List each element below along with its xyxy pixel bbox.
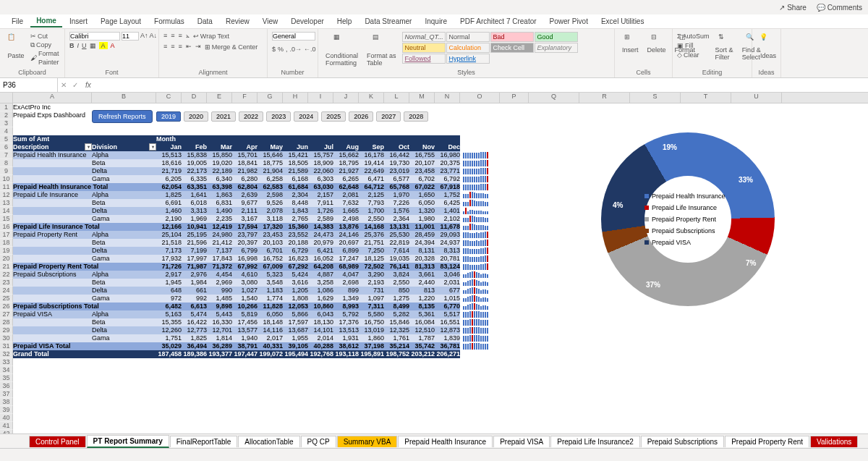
row-header[interactable]: 6 <box>0 143 13 151</box>
increase-font-icon[interactable]: A↑ <box>140 32 148 41</box>
cell-style-option[interactable]: Neutral <box>402 43 446 53</box>
indent-right-icon[interactable]: ⇥ <box>195 43 201 51</box>
sort-filter-button[interactable]: ⇅Sort & Filter <box>712 32 736 62</box>
year-filter-2019[interactable]: 2019 <box>156 111 181 122</box>
row-header[interactable]: 31 <box>0 342 13 350</box>
cell-style-option[interactable]: Explanatory T... <box>535 43 578 53</box>
row-header[interactable]: 30 <box>0 334 13 342</box>
row-header[interactable]: 5 <box>0 135 13 143</box>
autosum-button[interactable]: Σ AutoSum <box>677 32 710 41</box>
wrap-text-button[interactable]: ↩ Wrap Text <box>193 32 229 41</box>
select-all-corner[interactable] <box>0 93 13 103</box>
column-header[interactable]: L <box>384 93 409 103</box>
column-header[interactable]: A <box>13 93 92 103</box>
underline-button[interactable]: U <box>82 42 87 49</box>
row-header[interactable]: 29 <box>0 326 13 334</box>
row-header[interactable]: 24 <box>0 287 13 295</box>
column-header[interactable]: D <box>182 93 207 103</box>
format-painter-button[interactable]: 🖌 Format Painter <box>30 49 60 67</box>
share-button[interactable]: ↗ Share <box>779 4 806 12</box>
font-size-select[interactable] <box>122 32 139 41</box>
pivot-description-header[interactable]: Description ▾ <box>13 143 92 151</box>
align-right-icon[interactable]: ≡ <box>179 43 182 51</box>
name-box[interactable]: P36 <box>0 78 58 92</box>
ribbon-tab-pdf-architect-7-creator[interactable]: PDF Architect 7 Creator <box>454 16 542 27</box>
row-header[interactable]: 8 <box>0 159 13 167</box>
row-header[interactable]: 14 <box>0 207 13 215</box>
row-header[interactable]: 36 <box>0 382 13 390</box>
column-header[interactable]: M <box>409 93 435 103</box>
formula-input[interactable] <box>95 78 868 92</box>
bold-button[interactable]: B <box>69 42 75 49</box>
column-header[interactable]: F <box>232 93 258 103</box>
sheet-tab-validations[interactable]: Validations <box>810 436 858 447</box>
decrease-decimal-icon[interactable]: ←.0 <box>304 46 316 53</box>
paste-button[interactable]: 📋 Paste <box>4 32 27 61</box>
row-header[interactable]: 37 <box>0 390 13 398</box>
row-header[interactable]: 13 <box>0 199 13 207</box>
year-filter-2025[interactable]: 2025 <box>321 111 346 122</box>
comments-button[interactable]: 💬 Comments <box>817 4 862 12</box>
font-color-button[interactable]: A <box>111 42 115 49</box>
cell-styles-gallery[interactable]: Normal_QT...NormalBadGoodNeutralCalculat… <box>402 32 610 64</box>
ribbon-tab-home[interactable]: Home <box>30 15 62 28</box>
ribbon-tab-review[interactable]: Review <box>220 16 255 27</box>
sheet-tab-pq-cp[interactable]: PQ CP <box>301 436 336 447</box>
ideas-button[interactable]: 💡Ideas <box>757 32 780 61</box>
row-header[interactable]: 22 <box>0 271 13 279</box>
column-header[interactable]: P <box>500 93 529 103</box>
row-header[interactable]: 20 <box>0 255 13 263</box>
ribbon-tab-excel-utilities[interactable]: Excel Utilities <box>595 16 650 27</box>
format-as-table-button[interactable]: ▤Format as Table <box>364 32 399 68</box>
column-header[interactable]: J <box>333 93 359 103</box>
sheet-tab-control-panel[interactable]: Control Panel <box>29 436 86 447</box>
row-header[interactable]: 23 <box>0 279 13 287</box>
column-header[interactable]: T <box>681 93 731 103</box>
row-header[interactable]: 27 <box>0 310 13 318</box>
sheet-tab-prepaid-life-insurance2[interactable]: Prepaid Life Insurance2 <box>550 436 640 447</box>
sheet-tab-allocationtable[interactable]: AllocationTable <box>238 436 299 447</box>
sheet-tab-prepaid-health-insurance[interactable]: Prepaid Health Insurance <box>398 436 493 447</box>
comma-icon[interactable]: , <box>286 46 288 53</box>
row-header[interactable]: 33 <box>0 358 13 366</box>
row-header[interactable]: 16 <box>0 223 13 231</box>
column-header[interactable]: E <box>207 93 232 103</box>
ribbon-tab-help[interactable]: Help <box>331 16 358 27</box>
column-header[interactable]: H <box>283 93 308 103</box>
cancel-formula-icon[interactable]: ✕ <box>58 81 69 89</box>
fill-button[interactable]: ▣ Fill <box>677 41 710 50</box>
column-header[interactable]: O <box>460 93 500 103</box>
row-header[interactable]: 40 <box>0 414 13 422</box>
row-header[interactable]: 12 <box>0 191 13 199</box>
column-header[interactable]: Q <box>529 93 579 103</box>
align-top-icon[interactable]: ≡ <box>163 32 167 41</box>
column-header[interactable]: N <box>435 93 460 103</box>
cell-style-option[interactable]: Calculation <box>446 43 490 53</box>
row-header[interactable]: 3 <box>0 119 13 127</box>
cell-style-option[interactable]: Normal_QT... <box>402 32 446 42</box>
column-header[interactable]: U <box>731 93 782 103</box>
row-header[interactable]: 9 <box>0 167 13 175</box>
year-filter-2023[interactable]: 2023 <box>266 111 291 122</box>
percent-icon[interactable]: % <box>278 46 284 53</box>
row-header[interactable]: 11 <box>0 183 13 191</box>
column-header[interactable]: C <box>156 93 182 103</box>
fx-icon[interactable]: fx <box>81 81 95 89</box>
ribbon-tab-insert[interactable]: Insert <box>64 16 93 27</box>
row-header[interactable]: 18 <box>0 239 13 247</box>
ribbon-tab-data[interactable]: Data <box>192 16 218 27</box>
orientation-icon[interactable]: ⦛ <box>186 32 190 41</box>
cell-style-option[interactable]: Hyperlink <box>446 54 490 64</box>
align-bottom-icon[interactable]: ≡ <box>179 32 182 41</box>
sheet-tab-prepaid-visa[interactable]: Prepaid VISA <box>493 436 550 447</box>
delete-cells-button[interactable]: ⊟Delete <box>644 32 669 55</box>
font-name-select[interactable] <box>69 32 120 41</box>
sheet-tab-prepaid-subscriptions[interactable]: Prepaid Subscriptions <box>641 436 724 447</box>
row-header[interactable]: 42 <box>0 430 13 433</box>
sheet-tab-pt-report-summary[interactable]: PT Report Summary <box>87 435 169 448</box>
row-header[interactable]: 10 <box>0 175 13 183</box>
row-header[interactable]: 17 <box>0 231 13 239</box>
worksheet[interactable]: ABCDEFGHIJKLMNOPQRSTU 123456789101112131… <box>0 93 868 433</box>
row-header[interactable]: 2 <box>0 111 13 119</box>
cell-style-option[interactable]: Bad <box>490 32 534 42</box>
